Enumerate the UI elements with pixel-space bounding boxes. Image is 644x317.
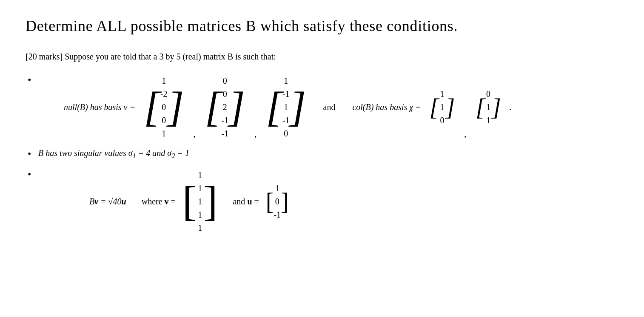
v2-r4: -1: [221, 114, 228, 127]
singular-values-text: B has two singular values σ1 = 4 and σ2 …: [38, 148, 189, 158]
null-basis-label: null(B) has basis ν =: [64, 102, 135, 112]
comma2: ,: [254, 129, 256, 140]
v-vec-r3: 1: [197, 195, 203, 208]
v1-r2: -2: [160, 88, 168, 100]
u-vector: [ 1 0 -1 ]: [266, 182, 289, 221]
chi2-r2: 1: [485, 101, 492, 113]
v1-r1: 1: [160, 74, 167, 87]
comma1: ,: [193, 129, 195, 140]
chi1-r3: 0: [439, 114, 445, 127]
v3-matrix: [ 1 -1 1 -1 0 ]: [266, 74, 306, 140]
v-vec-r2: 1: [197, 182, 203, 195]
period: .: [510, 102, 512, 112]
page-title: Determine ALL possible matrices B which …: [26, 17, 618, 35]
chi2-r1: 0: [485, 88, 492, 100]
bullet-item-2: B has two singular values σ1 = 4 and σ2 …: [38, 148, 618, 160]
v-vec-content: 1 1 1 1 1: [197, 169, 203, 234]
and-connector: and: [323, 102, 336, 112]
v3-r5: 0: [282, 127, 289, 140]
chi2-bracket-left: [: [476, 95, 485, 119]
u-vec-r3: -1: [274, 208, 281, 221]
v-vec-bracket-left: [: [182, 180, 197, 223]
v-vec-bracket-right: ]: [203, 180, 217, 223]
bullet-item-3: Bv = √40u where v = [ 1 1 1 1 1 ]: [38, 169, 618, 234]
v3-r4: -1: [282, 114, 290, 127]
u-vec-bracket-left: [: [266, 190, 274, 213]
chi2-matrix: [ 0 1 1 ]: [476, 88, 501, 127]
chi1-bracket-right: ]: [445, 95, 455, 119]
bullet-item-1: null(B) has basis ν = [ 1 -2 0 0 1 ] , [: [38, 74, 618, 140]
v2-r5: -1: [221, 127, 228, 140]
and-u-label: and u =: [233, 197, 259, 207]
v2-r3: 2: [222, 101, 228, 113]
v1-matrix: [ 1 -2 0 0 1 ]: [144, 74, 184, 140]
chi1-bracket-left: [: [430, 95, 439, 119]
u-vec-content: 1 0 -1: [274, 182, 281, 221]
v3-r1: 1: [282, 74, 289, 87]
v3-r3: 1: [282, 101, 289, 113]
v3-r2: -1: [282, 88, 290, 100]
u-vec-bracket-right: ]: [281, 190, 289, 213]
u-vec-r1: 1: [274, 182, 281, 195]
v2-r1: 0: [222, 74, 228, 87]
v1-bracket-left: [: [144, 86, 160, 128]
v2-bracket-left: [: [205, 86, 221, 128]
v1-bracket-right: ]: [168, 86, 184, 128]
v1-matrix-content: 1 -2 0 0 1: [160, 74, 168, 140]
chi1-matrix: [ 1 1 0 ]: [430, 88, 455, 127]
chi1-r2: 1: [439, 101, 445, 113]
chi1-r1: 1: [439, 88, 445, 100]
v3-bracket-right: ]: [290, 86, 306, 128]
v2-bracket-right: ]: [228, 86, 245, 128]
bv-equation-lhs: Bv = √40u: [89, 197, 126, 207]
problem-intro: [20 marks] Suppose you are told that a 3…: [26, 52, 618, 62]
chi2-matrix-content: 0 1 1: [485, 88, 492, 127]
col-basis-label: col(B) has basis χ =: [352, 102, 421, 112]
v3-bracket-left: [: [266, 86, 282, 128]
v-vector: [ 1 1 1 1 1 ]: [182, 169, 218, 234]
chi1-matrix-content: 1 1 0: [439, 88, 445, 127]
bv-equation-row: Bv = √40u where v = [ 1 1 1 1 1 ]: [89, 169, 618, 234]
u-vec-r2: 0: [274, 195, 281, 208]
null-basis-equation: null(B) has basis ν = [ 1 -2 0 0 1 ] , [: [64, 74, 618, 140]
v-vec-r5: 1: [197, 221, 203, 234]
v2-matrix-content: 0 0 2 -1 -1: [221, 74, 228, 140]
comma3: ,: [464, 129, 466, 140]
v-vec-r4: 1: [197, 208, 203, 221]
v1-r3: 0: [160, 101, 167, 113]
where-label: where v =: [142, 197, 176, 207]
v1-r5: 1: [160, 127, 167, 140]
v2-r2: 0: [222, 88, 228, 100]
chi2-bracket-right: ]: [492, 95, 501, 119]
v2-matrix: [ 0 0 2 -1 -1 ]: [205, 74, 245, 140]
v3-matrix-content: 1 -1 1 -1 0: [282, 74, 290, 140]
v1-r4: 0: [160, 114, 167, 127]
v-vec-r1: 1: [197, 169, 203, 181]
chi2-r3: 1: [485, 114, 492, 127]
